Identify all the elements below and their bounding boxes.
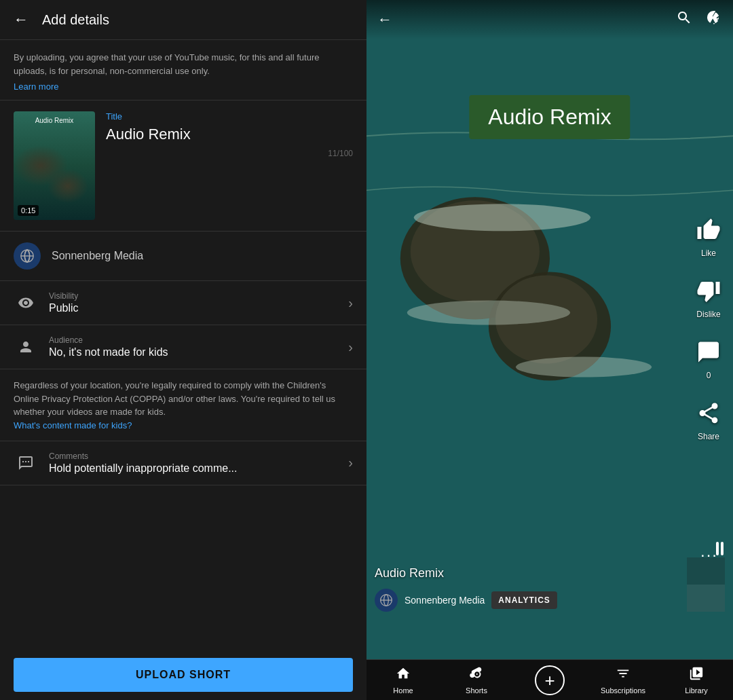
svg-point-11 xyxy=(516,357,652,377)
side-actions: Like Dislike 0 Share xyxy=(692,213,725,441)
globe-icon xyxy=(20,248,35,263)
nav-shorts-label: Shorts xyxy=(466,686,487,695)
notice-section: By uploading, you agree that your use of… xyxy=(0,40,366,100)
channel-name: Sonnenberg Media xyxy=(52,250,143,262)
channel-name-bottom: Sonnenberg Media xyxy=(405,595,485,606)
thumbnail-duration: 0:15 xyxy=(18,205,39,216)
nav-subscriptions-label: Subscriptions xyxy=(601,686,645,695)
video-info: Audio Remix Sonnenberg Media ANALYTICS xyxy=(375,566,679,612)
title-input[interactable] xyxy=(106,126,353,143)
title-label: Title xyxy=(106,111,353,122)
add-button[interactable]: + xyxy=(535,665,565,695)
analytics-button[interactable]: ANALYTICS xyxy=(491,591,557,609)
nav-home-label: Home xyxy=(393,686,413,695)
nav-library-label: Library xyxy=(685,686,708,695)
dislike-label: Dislike xyxy=(696,310,720,319)
learn-more-link[interactable]: Learn more xyxy=(14,81,353,92)
upload-short-button[interactable]: UPLOAD SHORT xyxy=(14,658,353,692)
upload-btn-container: UPLOAD SHORT xyxy=(0,650,366,700)
visibility-icon xyxy=(14,291,38,315)
comments-row[interactable]: Comments Hold potentially inappropriate … xyxy=(0,441,366,485)
coppa-section: Regardless of your location, you're lega… xyxy=(0,369,366,441)
title-section: Audio Remix 0:15 Title 11/100 xyxy=(0,100,366,232)
like-button[interactable]: Like xyxy=(692,213,725,258)
share-button[interactable]: Share xyxy=(692,397,725,441)
comments-content: Comments Hold potentially inappropriate … xyxy=(49,452,337,475)
channel-icon-small xyxy=(375,589,398,612)
audience-value: No, it's not made for kids xyxy=(49,346,337,358)
video-overlay-title: Audio Remix xyxy=(469,95,630,139)
notice-text: By uploading, you agree that your use of… xyxy=(14,52,319,76)
share-icon xyxy=(692,397,725,429)
right-header-icons xyxy=(676,10,722,30)
svg-rect-13 xyxy=(687,557,725,585)
library-icon xyxy=(689,666,704,684)
pause-bar-1 xyxy=(716,542,719,555)
thumbnail-label: Audio Remix xyxy=(14,117,95,124)
shorts-icon xyxy=(469,666,484,684)
nav-library[interactable]: Library xyxy=(660,666,733,695)
audience-row[interactable]: Audience No, it's not made for kids › xyxy=(0,325,366,369)
left-header: ← Add details xyxy=(0,0,366,40)
right-panel: ← Audio Remix Like Dislike xyxy=(366,0,733,700)
dislike-icon xyxy=(692,274,725,307)
comment-icon xyxy=(692,335,725,368)
audience-label: Audience xyxy=(49,335,337,345)
share-label: Share xyxy=(698,432,719,441)
nav-home[interactable]: Home xyxy=(366,666,440,695)
comment-count: 0 xyxy=(707,371,711,380)
title-input-area: Title 11/100 xyxy=(106,111,353,158)
bottom-nav: Home Shorts + Subscriptions Library xyxy=(366,659,733,700)
pause-indicator[interactable] xyxy=(716,542,723,555)
camera-icon[interactable] xyxy=(706,10,722,30)
nav-shorts[interactable]: Shorts xyxy=(440,666,513,695)
video-thumbnail: Audio Remix 0:15 xyxy=(14,111,95,220)
channel-icon xyxy=(14,242,41,270)
page-title: Add details xyxy=(42,12,109,28)
video-title-bottom: Audio Remix xyxy=(375,566,679,581)
dislike-button[interactable]: Dislike xyxy=(692,274,725,319)
comments-icon xyxy=(14,451,38,475)
svg-point-10 xyxy=(407,300,570,325)
subscriptions-icon xyxy=(616,666,631,684)
audience-content: Audience No, it's not made for kids xyxy=(49,335,337,358)
audience-chevron: › xyxy=(348,339,353,355)
comment-button[interactable]: 0 xyxy=(692,335,725,380)
left-panel: ← Add details By uploading, you agree th… xyxy=(0,0,366,700)
like-label: Like xyxy=(701,248,716,258)
visibility-value: Public xyxy=(49,302,337,314)
coppa-text: Regardless of your location, you're lega… xyxy=(14,380,335,417)
next-video-thumbnail xyxy=(687,557,725,612)
right-header: ← xyxy=(366,0,733,39)
nav-add[interactable]: + xyxy=(513,665,586,695)
nav-subscriptions[interactable]: Subscriptions xyxy=(586,666,660,695)
visibility-row[interactable]: Visibility Public › xyxy=(0,281,366,325)
visibility-content: Visibility Public xyxy=(49,291,337,314)
like-icon xyxy=(692,213,725,246)
back-button[interactable]: ← xyxy=(14,11,29,29)
channel-section: Sonnenberg Media xyxy=(0,232,366,281)
coppa-link[interactable]: What's content made for kids? xyxy=(14,420,132,430)
pause-bar-2 xyxy=(721,542,723,555)
visibility-chevron: › xyxy=(348,295,353,311)
home-icon xyxy=(396,666,411,684)
search-icon[interactable] xyxy=(676,10,692,30)
video-overlay-title-text: Audio Remix xyxy=(488,105,611,129)
audience-icon xyxy=(14,335,38,359)
comments-value: Hold potentially inappropriate comme... xyxy=(49,462,337,475)
visibility-label: Visibility xyxy=(49,291,337,301)
channel-row-bottom: Sonnenberg Media ANALYTICS xyxy=(375,589,679,612)
right-back-button[interactable]: ← xyxy=(377,11,392,29)
comments-chevron: › xyxy=(348,455,353,471)
comments-label: Comments xyxy=(49,452,337,461)
add-icon: + xyxy=(544,671,555,689)
char-count: 11/100 xyxy=(106,149,353,158)
svg-point-9 xyxy=(414,204,590,231)
